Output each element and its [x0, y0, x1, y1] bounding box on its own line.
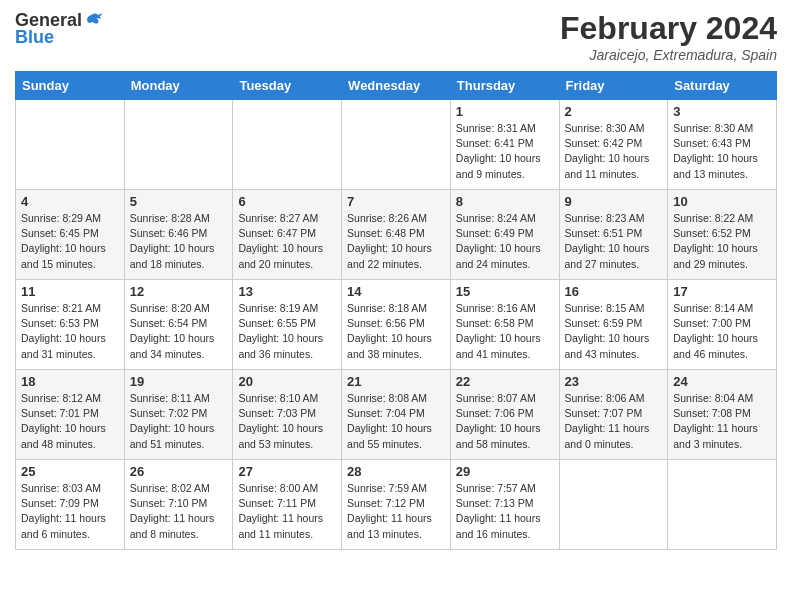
calendar-cell: 13Sunrise: 8:19 AM Sunset: 6:55 PM Dayli…	[233, 280, 342, 370]
column-header-saturday: Saturday	[668, 72, 777, 100]
day-number: 4	[21, 194, 119, 209]
day-info: Sunrise: 8:10 AM Sunset: 7:03 PM Dayligh…	[238, 391, 336, 452]
day-number: 16	[565, 284, 663, 299]
calendar-cell	[342, 100, 451, 190]
logo: General Blue	[15, 10, 104, 48]
day-info: Sunrise: 8:24 AM Sunset: 6:49 PM Dayligh…	[456, 211, 554, 272]
day-info: Sunrise: 8:11 AM Sunset: 7:02 PM Dayligh…	[130, 391, 228, 452]
calendar-cell: 28Sunrise: 7:59 AM Sunset: 7:12 PM Dayli…	[342, 460, 451, 550]
column-header-friday: Friday	[559, 72, 668, 100]
calendar-week-row: 11Sunrise: 8:21 AM Sunset: 6:53 PM Dayli…	[16, 280, 777, 370]
column-header-monday: Monday	[124, 72, 233, 100]
day-info: Sunrise: 8:06 AM Sunset: 7:07 PM Dayligh…	[565, 391, 663, 452]
day-info: Sunrise: 8:04 AM Sunset: 7:08 PM Dayligh…	[673, 391, 771, 452]
calendar-cell: 24Sunrise: 8:04 AM Sunset: 7:08 PM Dayli…	[668, 370, 777, 460]
column-header-sunday: Sunday	[16, 72, 125, 100]
day-number: 17	[673, 284, 771, 299]
day-number: 23	[565, 374, 663, 389]
logo-blue: Blue	[15, 27, 54, 48]
day-info: Sunrise: 8:14 AM Sunset: 7:00 PM Dayligh…	[673, 301, 771, 362]
calendar-cell: 9Sunrise: 8:23 AM Sunset: 6:51 PM Daylig…	[559, 190, 668, 280]
day-info: Sunrise: 8:26 AM Sunset: 6:48 PM Dayligh…	[347, 211, 445, 272]
day-number: 24	[673, 374, 771, 389]
day-info: Sunrise: 8:03 AM Sunset: 7:09 PM Dayligh…	[21, 481, 119, 542]
calendar-cell: 18Sunrise: 8:12 AM Sunset: 7:01 PM Dayli…	[16, 370, 125, 460]
calendar-cell	[668, 460, 777, 550]
day-info: Sunrise: 8:07 AM Sunset: 7:06 PM Dayligh…	[456, 391, 554, 452]
column-header-tuesday: Tuesday	[233, 72, 342, 100]
day-number: 2	[565, 104, 663, 119]
day-number: 3	[673, 104, 771, 119]
calendar-cell: 3Sunrise: 8:30 AM Sunset: 6:43 PM Daylig…	[668, 100, 777, 190]
day-number: 15	[456, 284, 554, 299]
day-info: Sunrise: 8:23 AM Sunset: 6:51 PM Dayligh…	[565, 211, 663, 272]
day-number: 8	[456, 194, 554, 209]
calendar-cell: 6Sunrise: 8:27 AM Sunset: 6:47 PM Daylig…	[233, 190, 342, 280]
day-number: 10	[673, 194, 771, 209]
day-number: 11	[21, 284, 119, 299]
day-number: 20	[238, 374, 336, 389]
calendar-cell: 27Sunrise: 8:00 AM Sunset: 7:11 PM Dayli…	[233, 460, 342, 550]
page-header: General Blue February 2024 Jaraicejo, Ex…	[15, 10, 777, 63]
day-number: 1	[456, 104, 554, 119]
day-number: 26	[130, 464, 228, 479]
calendar-cell: 12Sunrise: 8:20 AM Sunset: 6:54 PM Dayli…	[124, 280, 233, 370]
day-info: Sunrise: 8:08 AM Sunset: 7:04 PM Dayligh…	[347, 391, 445, 452]
calendar-cell: 25Sunrise: 8:03 AM Sunset: 7:09 PM Dayli…	[16, 460, 125, 550]
calendar-cell: 11Sunrise: 8:21 AM Sunset: 6:53 PM Dayli…	[16, 280, 125, 370]
calendar-cell: 21Sunrise: 8:08 AM Sunset: 7:04 PM Dayli…	[342, 370, 451, 460]
calendar-cell: 2Sunrise: 8:30 AM Sunset: 6:42 PM Daylig…	[559, 100, 668, 190]
calendar-cell: 5Sunrise: 8:28 AM Sunset: 6:46 PM Daylig…	[124, 190, 233, 280]
calendar-week-row: 1Sunrise: 8:31 AM Sunset: 6:41 PM Daylig…	[16, 100, 777, 190]
day-number: 7	[347, 194, 445, 209]
calendar-week-row: 25Sunrise: 8:03 AM Sunset: 7:09 PM Dayli…	[16, 460, 777, 550]
logo-bird-icon	[84, 11, 104, 31]
calendar-cell: 20Sunrise: 8:10 AM Sunset: 7:03 PM Dayli…	[233, 370, 342, 460]
day-number: 12	[130, 284, 228, 299]
day-number: 21	[347, 374, 445, 389]
day-info: Sunrise: 8:27 AM Sunset: 6:47 PM Dayligh…	[238, 211, 336, 272]
day-info: Sunrise: 7:59 AM Sunset: 7:12 PM Dayligh…	[347, 481, 445, 542]
day-number: 14	[347, 284, 445, 299]
day-info: Sunrise: 8:15 AM Sunset: 6:59 PM Dayligh…	[565, 301, 663, 362]
day-info: Sunrise: 8:00 AM Sunset: 7:11 PM Dayligh…	[238, 481, 336, 542]
day-info: Sunrise: 8:30 AM Sunset: 6:43 PM Dayligh…	[673, 121, 771, 182]
calendar-cell: 22Sunrise: 8:07 AM Sunset: 7:06 PM Dayli…	[450, 370, 559, 460]
day-info: Sunrise: 8:30 AM Sunset: 6:42 PM Dayligh…	[565, 121, 663, 182]
month-title: February 2024	[560, 10, 777, 47]
calendar-cell: 16Sunrise: 8:15 AM Sunset: 6:59 PM Dayli…	[559, 280, 668, 370]
day-number: 22	[456, 374, 554, 389]
calendar-cell: 17Sunrise: 8:14 AM Sunset: 7:00 PM Dayli…	[668, 280, 777, 370]
day-info: Sunrise: 8:18 AM Sunset: 6:56 PM Dayligh…	[347, 301, 445, 362]
calendar-cell	[16, 100, 125, 190]
calendar-cell	[124, 100, 233, 190]
calendar-cell: 29Sunrise: 7:57 AM Sunset: 7:13 PM Dayli…	[450, 460, 559, 550]
calendar-cell: 8Sunrise: 8:24 AM Sunset: 6:49 PM Daylig…	[450, 190, 559, 280]
calendar-cell: 23Sunrise: 8:06 AM Sunset: 7:07 PM Dayli…	[559, 370, 668, 460]
calendar-cell: 4Sunrise: 8:29 AM Sunset: 6:45 PM Daylig…	[16, 190, 125, 280]
day-info: Sunrise: 8:19 AM Sunset: 6:55 PM Dayligh…	[238, 301, 336, 362]
calendar-cell: 15Sunrise: 8:16 AM Sunset: 6:58 PM Dayli…	[450, 280, 559, 370]
day-info: Sunrise: 8:16 AM Sunset: 6:58 PM Dayligh…	[456, 301, 554, 362]
day-info: Sunrise: 8:22 AM Sunset: 6:52 PM Dayligh…	[673, 211, 771, 272]
calendar-cell	[233, 100, 342, 190]
day-number: 28	[347, 464, 445, 479]
day-info: Sunrise: 8:12 AM Sunset: 7:01 PM Dayligh…	[21, 391, 119, 452]
day-number: 13	[238, 284, 336, 299]
column-header-thursday: Thursday	[450, 72, 559, 100]
day-number: 18	[21, 374, 119, 389]
calendar-week-row: 4Sunrise: 8:29 AM Sunset: 6:45 PM Daylig…	[16, 190, 777, 280]
day-info: Sunrise: 8:28 AM Sunset: 6:46 PM Dayligh…	[130, 211, 228, 272]
calendar-cell: 19Sunrise: 8:11 AM Sunset: 7:02 PM Dayli…	[124, 370, 233, 460]
calendar-header-row: SundayMondayTuesdayWednesdayThursdayFrid…	[16, 72, 777, 100]
day-number: 9	[565, 194, 663, 209]
calendar-cell: 10Sunrise: 8:22 AM Sunset: 6:52 PM Dayli…	[668, 190, 777, 280]
calendar-table: SundayMondayTuesdayWednesdayThursdayFrid…	[15, 71, 777, 550]
day-number: 5	[130, 194, 228, 209]
day-info: Sunrise: 8:02 AM Sunset: 7:10 PM Dayligh…	[130, 481, 228, 542]
day-number: 27	[238, 464, 336, 479]
day-number: 25	[21, 464, 119, 479]
calendar-cell: 14Sunrise: 8:18 AM Sunset: 6:56 PM Dayli…	[342, 280, 451, 370]
day-info: Sunrise: 8:31 AM Sunset: 6:41 PM Dayligh…	[456, 121, 554, 182]
day-info: Sunrise: 8:29 AM Sunset: 6:45 PM Dayligh…	[21, 211, 119, 272]
